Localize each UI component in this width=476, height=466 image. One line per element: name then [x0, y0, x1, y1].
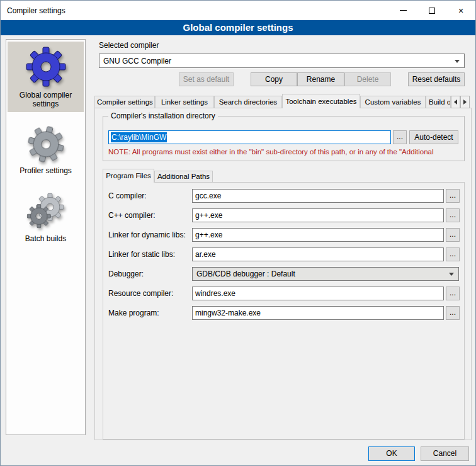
tab-search-directories[interactable]: Search directories [214, 96, 282, 108]
toolchain-executables-panel: Compiler's installation directory C:\ray… [94, 108, 472, 440]
static-linker-input[interactable] [192, 247, 444, 261]
field-row-resource-compiler: Resource compiler: ... [108, 287, 460, 300]
field-row-debugger: Debugger: GDB/CDB debugger : Default [108, 267, 459, 281]
dynamic-linker-label: Linker for dynamic libs: [108, 228, 192, 242]
maximize-button[interactable] [417, 1, 446, 20]
field-row-make-program: Make program: ... [108, 306, 460, 320]
browse-cpp-compiler-button[interactable]: ... [446, 208, 460, 222]
settings-category-list: Global compiler settings Profiler settin… [6, 39, 86, 435]
arrow-right-icon [463, 99, 467, 105]
installation-directory-group-title: Compiler's installation directory [108, 111, 218, 120]
dynamic-linker-input[interactable] [192, 228, 444, 242]
installation-note: NOTE: All programs must exist either in … [108, 148, 460, 156]
tab-custom-variables[interactable]: Custom variables [360, 96, 426, 108]
rename-button[interactable]: Rename [297, 72, 344, 86]
tab-program-files[interactable]: Program Files [103, 169, 154, 183]
arrow-left-icon [454, 99, 457, 105]
c-compiler-label: C compiler: [108, 189, 192, 203]
cpp-compiler-label: C++ compiler: [108, 208, 192, 222]
debugger-label: Debugger: [108, 267, 192, 281]
tab-toolchain-executables[interactable]: Toolchain executables [282, 94, 360, 108]
installation-directory-value: C:\raylib\MinGW [111, 132, 167, 142]
set-as-default-button[interactable]: Set as default [179, 72, 234, 86]
debugger-select-value: GDB/CDB debugger : Default [196, 270, 295, 278]
sidebar-item-profiler-settings[interactable]: Profiler settings [8, 121, 84, 179]
close-button[interactable]: × [446, 1, 475, 20]
settings-tab-bar: Compiler settings Linker settings Search… [94, 94, 472, 108]
blue-gear-icon [26, 47, 66, 87]
program-files-tab-bar: Program Files Additional Paths [103, 169, 213, 183]
debugger-select[interactable]: GDB/CDB debugger : Default [192, 267, 459, 281]
page-title: Global compiler settings [1, 20, 475, 35]
close-icon: × [458, 6, 463, 16]
sidebar-item-label: Profiler settings [20, 166, 72, 175]
compiler-select-value: GNU GCC Compiler [103, 57, 171, 65]
make-program-input[interactable] [192, 306, 444, 320]
window-title: Compiler settings [1, 6, 388, 15]
tab-compiler-settings[interactable]: Compiler settings [94, 96, 155, 108]
field-row-c-compiler: C compiler: ... [108, 189, 460, 203]
reset-defaults-button[interactable]: Reset defaults [408, 72, 465, 86]
copy-button[interactable]: Copy [251, 72, 297, 86]
cpp-compiler-input[interactable] [192, 208, 444, 222]
sidebar-item-global-compiler-settings[interactable]: Global compiler settings [8, 42, 84, 112]
browse-directory-button[interactable]: ... [393, 130, 407, 144]
installation-directory-input[interactable]: C:\raylib\MinGW [108, 130, 391, 144]
sidebar-item-label: Global compiler settings [9, 91, 82, 108]
installation-directory-group: Compiler's installation directory C:\ray… [103, 116, 465, 161]
title-bar[interactable]: Compiler settings × [1, 1, 475, 20]
browse-resource-compiler-button[interactable]: ... [446, 287, 460, 300]
compiler-actions: Set as default Copy Rename Delete Reset … [99, 72, 465, 86]
minimize-button[interactable] [388, 1, 417, 20]
chevron-down-icon [455, 60, 460, 63]
ok-button[interactable]: OK [368, 446, 415, 461]
make-program-label: Make program: [108, 306, 192, 320]
browse-c-compiler-button[interactable]: ... [446, 189, 460, 203]
delete-button[interactable]: Delete [344, 72, 391, 86]
double-gear-icon [26, 193, 66, 230]
compiler-select[interactable]: GNU GCC Compiler [99, 54, 465, 68]
tab-linker-settings[interactable]: Linker settings [155, 96, 214, 108]
cancel-button[interactable]: Cancel [421, 446, 469, 461]
compiler-settings-dialog: Compiler settings × Global compiler sett… [0, 0, 476, 466]
auto-detect-button[interactable]: Auto-detect [409, 130, 458, 144]
field-row-dynamic-linker: Linker for dynamic libs: ... [108, 228, 460, 242]
sidebar-item-batch-builds[interactable]: Batch builds [8, 188, 84, 247]
maximize-icon [429, 8, 435, 14]
tab-scroll-left-button[interactable] [451, 96, 460, 108]
browse-static-linker-button[interactable]: ... [446, 247, 460, 261]
field-row-cpp-compiler: C++ compiler: ... [108, 208, 460, 222]
field-row-static-linker: Linker for static libs: ... [108, 247, 460, 261]
c-compiler-input[interactable] [192, 189, 444, 203]
resource-compiler-label: Resource compiler: [108, 287, 192, 300]
tab-build-options[interactable]: Build options [426, 96, 451, 108]
browse-make-program-button[interactable]: ... [446, 306, 460, 320]
tab-additional-paths[interactable]: Additional Paths [154, 171, 213, 183]
resource-compiler-input[interactable] [192, 287, 444, 300]
program-files-panel: C compiler: ... C++ compiler: ... Linker… [103, 182, 465, 440]
gray-gear-icon [23, 122, 67, 166]
minimize-icon [400, 10, 407, 11]
static-linker-label: Linker for static libs: [108, 247, 192, 261]
tab-scroll-right-button[interactable] [460, 96, 470, 108]
selected-compiler-label: Selected compiler [99, 41, 159, 50]
chevron-down-icon [449, 273, 454, 276]
sidebar-item-label: Batch builds [25, 234, 66, 243]
browse-dynamic-linker-button[interactable]: ... [446, 228, 460, 242]
